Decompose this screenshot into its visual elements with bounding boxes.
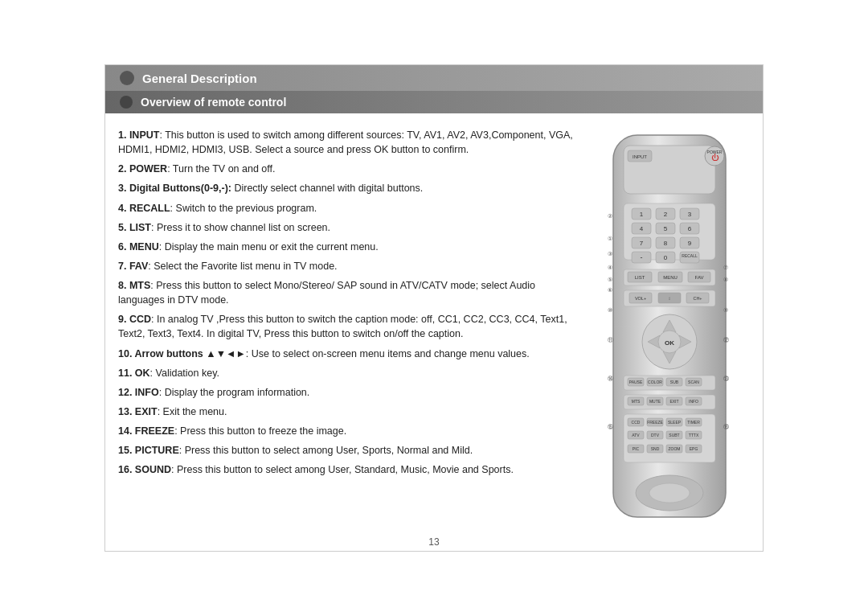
svg-text:DTV: DTV — [651, 433, 660, 437]
svg-text:CCD: CCD — [631, 420, 640, 425]
svg-text:EXIT: EXIT — [669, 399, 678, 404]
list-item: 10. Arrow buttons ▲▼◄►: Use to select on… — [118, 347, 579, 361]
page: General Description Overview of remote c… — [0, 0, 868, 616]
svg-text:EPG: EPG — [689, 446, 698, 451]
svg-text:⑬: ⑬ — [723, 376, 728, 381]
list-item: 11. OK: Validation key. — [118, 366, 579, 380]
svg-text:⑨: ⑨ — [723, 307, 728, 313]
svg-text:7: 7 — [639, 240, 643, 247]
list-item: 3. Digital Buttons(0-9,-): Directly sele… — [118, 181, 579, 195]
list-item: 6. MENU: Display the main menu or exit t… — [118, 240, 579, 254]
svg-text:③: ③ — [608, 251, 612, 257]
svg-text:↕: ↕ — [668, 296, 670, 301]
svg-text:TTTX: TTTX — [688, 433, 698, 437]
svg-text:⑤: ⑤ — [608, 277, 612, 282]
svg-text:⑩: ⑩ — [608, 307, 612, 313]
svg-text:SCAN: SCAN — [688, 380, 699, 384]
svg-text:INFO: INFO — [689, 399, 698, 404]
text-column: 1. INPUT: This button is used to switch … — [118, 128, 589, 517]
svg-text:SLEEP: SLEEP — [667, 420, 681, 425]
svg-text:INPUT: INPUT — [633, 154, 647, 159]
overview-header: Overview of remote control — [105, 91, 763, 113]
svg-text:②: ② — [608, 213, 612, 219]
main-body: 1. INPUT: This button is used to switch … — [105, 121, 763, 530]
svg-text:⏻: ⏻ — [710, 154, 719, 162]
svg-text:⑭: ⑭ — [607, 376, 612, 381]
svg-text:④: ④ — [608, 265, 612, 270]
svg-text:2: 2 — [663, 211, 667, 218]
svg-text:1: 1 — [639, 211, 643, 218]
svg-text:ZOOM: ZOOM — [668, 446, 680, 451]
svg-text:PAUSE: PAUSE — [628, 380, 642, 384]
svg-text:RECALL: RECALL — [682, 253, 698, 258]
list-item: 8. MTS: Press this button to select Mono… — [118, 278, 579, 307]
svg-text:SUBT: SUBT — [669, 433, 679, 437]
svg-text:4: 4 — [639, 225, 643, 232]
content-area: General Description Overview of remote c… — [104, 64, 764, 552]
overview-title: Overview of remote control — [141, 96, 286, 109]
svg-text:⑦: ⑦ — [723, 265, 728, 270]
list-item: 12. INFO: Display the program informatio… — [118, 385, 579, 400]
svg-text:MTS: MTS — [631, 399, 640, 404]
remote-image: INPUT POWER ⏻ 1 2 3 — [596, 131, 744, 517]
list-item: 4. RECALL: Switch to the previous progra… — [118, 201, 579, 216]
svg-text:9: 9 — [687, 240, 691, 247]
list-item: 5. LIST: Press it to show channel list o… — [118, 220, 579, 235]
list-item: 1. INPUT: This button is used to switch … — [118, 128, 579, 157]
svg-text:MUTE: MUTE — [649, 399, 661, 404]
svg-text:COLOR: COLOR — [648, 380, 662, 384]
general-description-header: General Description — [105, 65, 763, 91]
list-item: 14. FREEZE: Press this button to freeze … — [118, 424, 579, 438]
svg-text:3: 3 — [687, 211, 691, 218]
svg-text:0: 0 — [663, 254, 667, 261]
svg-text:LIST: LIST — [634, 275, 645, 280]
svg-text:⑥: ⑥ — [608, 287, 612, 293]
svg-text:TIMER: TIMER — [687, 420, 700, 425]
svg-text:MENU: MENU — [663, 275, 678, 280]
list-item: 7. FAV: Select the Favorite list menu in… — [118, 259, 579, 273]
svg-text:VOL+: VOL+ — [634, 296, 645, 301]
svg-text:FREEZE: FREEZE — [647, 420, 663, 425]
svg-text:OK: OK — [665, 339, 674, 347]
remote-column: INPUT POWER ⏻ 1 2 3 — [589, 128, 750, 517]
svg-text:6: 6 — [687, 225, 691, 232]
svg-text:SUB: SUB — [669, 380, 678, 384]
svg-text:8: 8 — [663, 240, 667, 247]
svg-text:⑧: ⑧ — [723, 277, 728, 282]
svg-text:⑫: ⑫ — [723, 337, 728, 343]
svg-text:CH+: CH+ — [693, 296, 702, 301]
svg-text:ATV: ATV — [632, 433, 640, 437]
svg-point-97 — [649, 483, 690, 503]
general-description-title: General Description — [142, 72, 257, 85]
svg-text:⑮: ⑮ — [607, 424, 612, 429]
svg-text:FAV: FAV — [694, 275, 703, 280]
svg-text:⑯: ⑯ — [723, 424, 728, 429]
list-item: 2. POWER: Turn the TV on and off. — [118, 162, 579, 176]
page-number: 13 — [105, 530, 763, 551]
svg-text:①: ① — [608, 236, 612, 241]
list-item: 16. SOUND: Press this button to select a… — [118, 462, 579, 477]
list-item: 15. PICTURE: Press this button to select… — [118, 443, 579, 458]
svg-text:5: 5 — [663, 225, 667, 232]
svg-text:-: - — [640, 253, 642, 261]
svg-text:PIC: PIC — [632, 446, 639, 451]
list-item: 13. EXIT: Exit the menu. — [118, 405, 579, 419]
list-item: 9. CCD: In analog TV ,Press this button … — [118, 312, 579, 341]
svg-text:⑪: ⑪ — [607, 337, 612, 343]
svg-text:SND: SND — [650, 446, 659, 451]
